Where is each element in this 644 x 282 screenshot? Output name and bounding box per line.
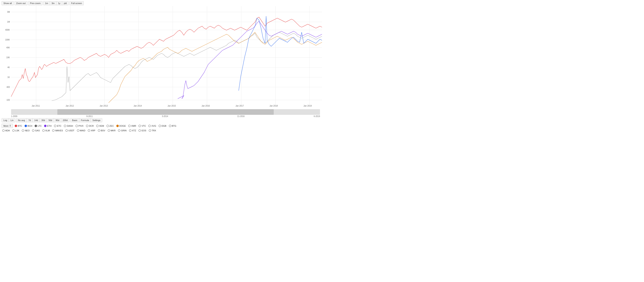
pivx-label: PIVX	[78, 125, 84, 127]
xmr-label: XMR	[131, 125, 136, 127]
avg-30d-button[interactable]: 30d	[40, 118, 47, 122]
maid-dot	[77, 129, 79, 132]
avg-buttons: No avg 7d 14d 30d 50d 90d 200d	[16, 118, 70, 122]
prev-zoom-button[interactable]: Prev zoom	[28, 1, 42, 5]
legend-pivx[interactable]: PIVX	[75, 124, 84, 127]
legend-xlm[interactable]: XLM	[42, 129, 50, 132]
navigator-window[interactable]	[57, 109, 274, 115]
legend-ltc[interactable]: LTC	[34, 124, 42, 127]
zoom-out-button[interactable]: Zoom out	[14, 1, 27, 5]
x-label-2019: Jan 2019	[304, 105, 312, 107]
y-axis: 3M 1M 400K 100K 40K 10K 4K 1K 400 100	[0, 6, 11, 105]
y-label-40k: 40K	[6, 46, 10, 49]
avg-200d-button[interactable]: 200d	[61, 118, 69, 122]
eos-label: EOS	[142, 129, 146, 132]
legend-xem[interactable]: XEM	[96, 124, 105, 127]
log-button[interactable]: Log	[2, 118, 9, 122]
legend-dgb[interactable]: DGB	[158, 124, 167, 127]
settings-button[interactable]: Settings	[91, 118, 102, 122]
dcr-dot	[86, 125, 88, 127]
x-label-2014: Jan 2014	[134, 105, 142, 107]
xmr-dot	[128, 125, 130, 127]
period-1y-button[interactable]: 1y	[56, 2, 62, 5]
btg-dot	[169, 125, 171, 127]
legend-eos[interactable]: EOS	[138, 129, 147, 132]
formula-button[interactable]: Formula	[79, 118, 91, 122]
legend-xmr[interactable]: XMR	[128, 124, 137, 127]
ada-label: ADA	[5, 129, 10, 132]
legend-zec[interactable]: ZEC	[106, 124, 114, 127]
legend-doge[interactable]: DOGE	[116, 124, 126, 127]
grin-label: GRIN	[121, 129, 126, 132]
legend-dash[interactable]: DASH	[63, 124, 74, 127]
legend-xrp[interactable]: XRP	[87, 129, 96, 132]
y-label-1m: 1M	[7, 21, 10, 23]
xtz-label: XTZ	[132, 129, 136, 132]
dash-dot	[64, 125, 66, 127]
full-screen-button[interactable]: Full screen	[70, 1, 84, 5]
xrp-label: XRP	[91, 129, 96, 132]
top-controls: Show all Zoom out Prev zoom 1m 3m 1y ytd…	[0, 0, 322, 6]
legend-btg[interactable]: BTG	[168, 124, 177, 127]
view-buttons: Basic Formula Settings	[70, 118, 102, 122]
scale-buttons: Log Lin	[2, 118, 15, 122]
xem-label: XEM	[99, 125, 104, 127]
period-1m-button[interactable]: 1m	[44, 2, 50, 5]
chart-wrapper: 3M 1M 400K 100K 40K 10K 4K 1K 400 100	[0, 6, 322, 105]
basic-button[interactable]: Basic	[70, 118, 79, 122]
xtz-dot	[129, 129, 132, 132]
neo-dot	[22, 129, 24, 132]
legend-ada[interactable]: ADA	[2, 129, 10, 132]
legend-dcr[interactable]: DCR	[85, 124, 94, 127]
legend-usdt[interactable]: USDT	[65, 129, 75, 132]
avg-14d-button[interactable]: 14d	[32, 118, 40, 122]
navigator[interactable]	[11, 109, 320, 115]
waves-dot	[52, 129, 54, 132]
xvg-label: XVG	[151, 125, 156, 127]
legend-bsv[interactable]: BSV	[97, 129, 106, 132]
legend-grin[interactable]: GRIN	[117, 129, 127, 132]
ltc-dot	[34, 125, 37, 127]
more-label: More	[4, 125, 8, 127]
legend-waves[interactable]: WAVES	[52, 129, 64, 132]
zec-dot	[106, 125, 109, 127]
legend-maid[interactable]: MAID	[76, 129, 86, 132]
legend-mkr[interactable]: MKR	[107, 129, 116, 132]
legend-bch[interactable]: BCH	[24, 124, 33, 127]
zec-label: ZEC	[110, 125, 114, 127]
vtc-dot	[138, 125, 141, 127]
legend-vtc[interactable]: VTC	[138, 124, 146, 127]
lsk-dot	[12, 129, 15, 132]
legend-xvg[interactable]: XVG	[148, 124, 156, 127]
xrp-dot	[88, 129, 90, 132]
legend-xtz[interactable]: XTZ	[128, 129, 137, 132]
lin-button[interactable]: Lin	[9, 118, 15, 122]
no-avg-button[interactable]: No avg	[16, 118, 27, 122]
btc-dot	[15, 125, 17, 127]
y-label-1k: 1K	[8, 76, 10, 78]
legend-gas[interactable]: GAS	[32, 129, 40, 132]
x-label-2013: Jan 2013	[100, 105, 108, 107]
gas-label: GAS	[35, 129, 40, 132]
waves-label: WAVES	[55, 129, 63, 132]
legend-eth[interactable]: ETH	[44, 124, 52, 127]
show-all-button[interactable]: Show all	[2, 1, 14, 5]
period-ytd-button[interactable]: ytd	[62, 2, 68, 5]
chart-area[interactable]	[11, 6, 322, 105]
legend-neo[interactable]: NEO	[21, 129, 30, 132]
legend-trx[interactable]: TRX	[148, 129, 157, 132]
period-3m-button[interactable]: 3m	[50, 2, 56, 5]
avg-50d-button[interactable]: 50d	[47, 118, 54, 122]
avg-90d-button[interactable]: 90d	[54, 118, 61, 122]
dcr-label: DCR	[89, 125, 94, 127]
etc-label: ETC	[57, 125, 62, 127]
lsk-label: LSK	[15, 129, 20, 132]
legend-etc[interactable]: ETC	[53, 124, 62, 127]
legend-lsk[interactable]: LSK	[12, 129, 20, 132]
more-select[interactable]: More ⇕	[2, 124, 13, 128]
legend-btc[interactable]: BTC	[14, 124, 23, 127]
ada-dot	[2, 129, 5, 132]
doge-label: DOGE	[119, 125, 126, 127]
avg-7d-button[interactable]: 7d	[27, 118, 32, 122]
mkr-dot	[108, 129, 110, 132]
